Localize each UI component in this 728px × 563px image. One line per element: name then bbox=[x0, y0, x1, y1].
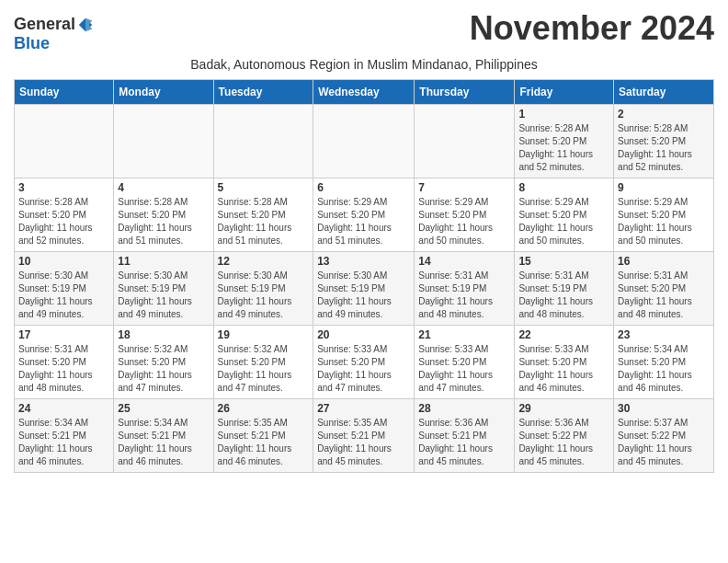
day-number: 16 bbox=[618, 255, 710, 268]
day-info: Sunrise: 5:28 AM Sunset: 5:20 PM Dayligh… bbox=[518, 122, 609, 174]
day-number: 30 bbox=[618, 402, 710, 415]
day-number: 11 bbox=[118, 255, 209, 268]
day-info: Sunrise: 5:28 AM Sunset: 5:20 PM Dayligh… bbox=[118, 196, 209, 247]
weekday-header-friday: Friday bbox=[515, 80, 614, 105]
day-info: Sunrise: 5:28 AM Sunset: 5:20 PM Dayligh… bbox=[18, 196, 109, 247]
day-number: 13 bbox=[317, 255, 410, 268]
calendar-cell bbox=[213, 105, 313, 178]
day-number: 4 bbox=[118, 181, 209, 194]
weekday-header-thursday: Thursday bbox=[415, 80, 515, 105]
calendar-cell: 14Sunrise: 5:31 AM Sunset: 5:19 PM Dayli… bbox=[415, 252, 515, 326]
calendar-table: SundayMondayTuesdayWednesdayThursdayFrid… bbox=[14, 79, 714, 473]
day-number: 7 bbox=[418, 181, 510, 194]
location-subtitle: Badak, Autonomous Region in Muslim Minda… bbox=[14, 57, 714, 72]
calendar-cell: 16Sunrise: 5:31 AM Sunset: 5:20 PM Dayli… bbox=[614, 252, 714, 326]
calendar-cell: 24Sunrise: 5:34 AM Sunset: 5:21 PM Dayli… bbox=[15, 399, 114, 473]
weekday-header-tuesday: Tuesday bbox=[213, 80, 313, 105]
month-year-title: November 2024 bbox=[470, 9, 714, 48]
calendar-cell: 20Sunrise: 5:33 AM Sunset: 5:20 PM Dayli… bbox=[313, 326, 415, 399]
weekday-header-saturday: Saturday bbox=[614, 80, 714, 105]
calendar-cell: 17Sunrise: 5:31 AM Sunset: 5:20 PM Dayli… bbox=[15, 326, 114, 399]
day-info: Sunrise: 5:30 AM Sunset: 5:19 PM Dayligh… bbox=[317, 270, 410, 321]
day-info: Sunrise: 5:28 AM Sunset: 5:20 PM Dayligh… bbox=[218, 196, 310, 247]
calendar-cell bbox=[15, 105, 114, 178]
day-info: Sunrise: 5:30 AM Sunset: 5:19 PM Dayligh… bbox=[118, 270, 209, 321]
day-info: Sunrise: 5:32 AM Sunset: 5:20 PM Dayligh… bbox=[218, 343, 310, 395]
day-info: Sunrise: 5:34 AM Sunset: 5:21 PM Dayligh… bbox=[18, 417, 109, 468]
day-number: 5 bbox=[218, 181, 310, 194]
day-info: Sunrise: 5:30 AM Sunset: 5:19 PM Dayligh… bbox=[18, 270, 109, 321]
calendar-week-row: 24Sunrise: 5:34 AM Sunset: 5:21 PM Dayli… bbox=[15, 399, 714, 473]
day-number: 22 bbox=[518, 328, 609, 341]
day-info: Sunrise: 5:29 AM Sunset: 5:20 PM Dayligh… bbox=[317, 196, 410, 247]
calendar-cell: 29Sunrise: 5:36 AM Sunset: 5:22 PM Dayli… bbox=[515, 399, 614, 473]
day-number: 23 bbox=[618, 328, 710, 341]
calendar-week-row: 17Sunrise: 5:31 AM Sunset: 5:20 PM Dayli… bbox=[15, 326, 714, 399]
calendar-cell: 11Sunrise: 5:30 AM Sunset: 5:19 PM Dayli… bbox=[114, 252, 213, 326]
logo-icon bbox=[77, 17, 94, 33]
weekday-header-row: SundayMondayTuesdayWednesdayThursdayFrid… bbox=[15, 80, 714, 105]
calendar-cell: 26Sunrise: 5:35 AM Sunset: 5:21 PM Dayli… bbox=[213, 399, 313, 473]
weekday-header-monday: Monday bbox=[114, 80, 213, 105]
calendar-cell bbox=[415, 105, 515, 178]
day-info: Sunrise: 5:34 AM Sunset: 5:20 PM Dayligh… bbox=[618, 343, 710, 395]
calendar-cell: 2Sunrise: 5:28 AM Sunset: 5:20 PM Daylig… bbox=[614, 105, 714, 178]
day-info: Sunrise: 5:34 AM Sunset: 5:21 PM Dayligh… bbox=[118, 417, 209, 468]
calendar-cell: 8Sunrise: 5:29 AM Sunset: 5:20 PM Daylig… bbox=[515, 178, 614, 252]
calendar-week-row: 10Sunrise: 5:30 AM Sunset: 5:19 PM Dayli… bbox=[15, 252, 714, 326]
day-number: 27 bbox=[317, 402, 410, 415]
day-number: 15 bbox=[518, 255, 609, 268]
day-number: 10 bbox=[18, 255, 109, 268]
day-info: Sunrise: 5:33 AM Sunset: 5:20 PM Dayligh… bbox=[518, 343, 609, 395]
day-number: 24 bbox=[18, 402, 109, 415]
day-number: 28 bbox=[418, 402, 510, 415]
page-header: General Blue November 2024 bbox=[14, 9, 714, 53]
calendar-cell: 18Sunrise: 5:32 AM Sunset: 5:20 PM Dayli… bbox=[114, 326, 213, 399]
day-number: 20 bbox=[317, 328, 410, 341]
day-number: 3 bbox=[18, 181, 109, 194]
logo-general-text: General bbox=[14, 15, 75, 34]
day-info: Sunrise: 5:32 AM Sunset: 5:20 PM Dayligh… bbox=[118, 343, 209, 395]
calendar-cell: 19Sunrise: 5:32 AM Sunset: 5:20 PM Dayli… bbox=[213, 326, 313, 399]
day-number: 9 bbox=[618, 181, 710, 194]
calendar-cell: 12Sunrise: 5:30 AM Sunset: 5:19 PM Dayli… bbox=[213, 252, 313, 326]
calendar-week-row: 1Sunrise: 5:28 AM Sunset: 5:20 PM Daylig… bbox=[15, 105, 714, 178]
logo: General Blue bbox=[14, 15, 94, 53]
calendar-cell: 6Sunrise: 5:29 AM Sunset: 5:20 PM Daylig… bbox=[313, 178, 415, 252]
day-number: 14 bbox=[418, 255, 510, 268]
day-number: 21 bbox=[418, 328, 510, 341]
day-info: Sunrise: 5:33 AM Sunset: 5:20 PM Dayligh… bbox=[317, 343, 410, 395]
day-info: Sunrise: 5:28 AM Sunset: 5:20 PM Dayligh… bbox=[618, 122, 710, 174]
calendar-cell: 28Sunrise: 5:36 AM Sunset: 5:21 PM Dayli… bbox=[415, 399, 515, 473]
day-info: Sunrise: 5:30 AM Sunset: 5:19 PM Dayligh… bbox=[218, 270, 310, 321]
calendar-cell: 27Sunrise: 5:35 AM Sunset: 5:21 PM Dayli… bbox=[313, 399, 415, 473]
logo-blue-text: Blue bbox=[14, 34, 50, 53]
day-info: Sunrise: 5:33 AM Sunset: 5:20 PM Dayligh… bbox=[418, 343, 510, 395]
day-info: Sunrise: 5:35 AM Sunset: 5:21 PM Dayligh… bbox=[218, 417, 310, 468]
day-info: Sunrise: 5:31 AM Sunset: 5:20 PM Dayligh… bbox=[18, 343, 109, 395]
calendar-cell bbox=[313, 105, 415, 178]
calendar-cell: 23Sunrise: 5:34 AM Sunset: 5:20 PM Dayli… bbox=[614, 326, 714, 399]
calendar-cell: 5Sunrise: 5:28 AM Sunset: 5:20 PM Daylig… bbox=[213, 178, 313, 252]
day-info: Sunrise: 5:31 AM Sunset: 5:19 PM Dayligh… bbox=[518, 270, 609, 321]
calendar-cell: 22Sunrise: 5:33 AM Sunset: 5:20 PM Dayli… bbox=[515, 326, 614, 399]
day-info: Sunrise: 5:36 AM Sunset: 5:22 PM Dayligh… bbox=[518, 417, 609, 468]
calendar-cell: 25Sunrise: 5:34 AM Sunset: 5:21 PM Dayli… bbox=[114, 399, 213, 473]
day-number: 2 bbox=[618, 108, 710, 121]
day-info: Sunrise: 5:29 AM Sunset: 5:20 PM Dayligh… bbox=[618, 196, 710, 247]
day-number: 18 bbox=[118, 328, 209, 341]
calendar-cell: 3Sunrise: 5:28 AM Sunset: 5:20 PM Daylig… bbox=[15, 178, 114, 252]
day-number: 6 bbox=[317, 181, 410, 194]
calendar-week-row: 3Sunrise: 5:28 AM Sunset: 5:20 PM Daylig… bbox=[15, 178, 714, 252]
day-info: Sunrise: 5:31 AM Sunset: 5:19 PM Dayligh… bbox=[418, 270, 510, 321]
weekday-header-sunday: Sunday bbox=[15, 80, 114, 105]
calendar-cell: 13Sunrise: 5:30 AM Sunset: 5:19 PM Dayli… bbox=[313, 252, 415, 326]
day-info: Sunrise: 5:35 AM Sunset: 5:21 PM Dayligh… bbox=[317, 417, 410, 468]
calendar-cell: 30Sunrise: 5:37 AM Sunset: 5:22 PM Dayli… bbox=[614, 399, 714, 473]
day-number: 29 bbox=[518, 402, 609, 415]
day-info: Sunrise: 5:36 AM Sunset: 5:21 PM Dayligh… bbox=[418, 417, 510, 468]
calendar-cell bbox=[114, 105, 213, 178]
calendar-cell: 4Sunrise: 5:28 AM Sunset: 5:20 PM Daylig… bbox=[114, 178, 213, 252]
day-number: 12 bbox=[218, 255, 310, 268]
calendar-cell: 1Sunrise: 5:28 AM Sunset: 5:20 PM Daylig… bbox=[515, 105, 614, 178]
